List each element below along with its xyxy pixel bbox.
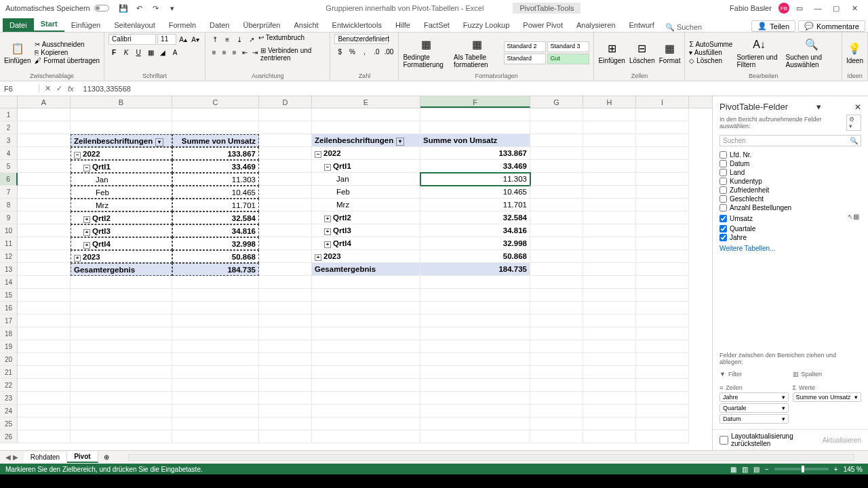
select-all-corner[interactable] — [0, 96, 18, 108]
sheet-nav-prev[interactable]: ◀ ▶ — [0, 453, 24, 461]
font-name-input[interactable]: Calibri — [108, 34, 156, 45]
decrease-font-icon[interactable]: A▾ — [190, 34, 201, 45]
field-jahre-check[interactable] — [719, 234, 727, 241]
field-jahre[interactable]: Jahre — [730, 234, 747, 241]
close-button[interactable]: ✕ — [846, 4, 863, 13]
cell-styles-gallery[interactable]: Standard 2 Standard 3 Standard Gut — [504, 41, 589, 64]
format-painter-button[interactable]: 🖌 Format übertragen — [35, 57, 100, 64]
cancel-formula-icon[interactable]: ✕ — [45, 84, 51, 93]
font-color-button[interactable]: A — [170, 47, 180, 58]
indent-right-icon[interactable]: ⇥ — [250, 47, 259, 58]
border-button[interactable]: ▦ — [145, 47, 156, 58]
field-kundentyp[interactable]: Kundentyp — [730, 178, 762, 185]
style-standard[interactable]: Standard — [504, 54, 546, 64]
orientation-icon[interactable]: ↗ — [246, 34, 257, 45]
redo-icon[interactable]: ↷ — [151, 3, 161, 13]
col-G[interactable]: G — [530, 96, 583, 108]
number-format-select[interactable]: Benutzerdefiniert — [334, 34, 389, 44]
field-quartale[interactable]: Quartale — [730, 225, 755, 232]
expand-icon[interactable]: + — [324, 228, 331, 235]
align-middle-icon[interactable]: ≡ — [222, 34, 233, 45]
fx-icon[interactable]: fx — [68, 85, 74, 93]
pivot2-rowlabel-hdr[interactable]: Zeilenbeschriftungen▾ — [312, 134, 420, 147]
collapse-icon[interactable]: − — [324, 164, 331, 171]
field-datum[interactable]: Datum — [730, 160, 749, 167]
field-land-check[interactable] — [719, 169, 727, 176]
field-lfdnr-check[interactable] — [719, 151, 727, 159]
clear-button[interactable]: ◇ Löschen — [689, 57, 732, 64]
field-datum-check[interactable] — [719, 160, 727, 167]
insert-cells-button[interactable]: ⊞Einfügen — [598, 41, 625, 64]
expand-icon[interactable]: + — [324, 216, 331, 222]
field-anzahl[interactable]: Anzahl Bestellungen — [730, 204, 791, 211]
row-area-jahre[interactable]: Jahre▾ — [719, 392, 789, 402]
collapse-icon[interactable]: − — [74, 152, 81, 159]
comments-button[interactable]: 💬 Kommentare — [798, 20, 865, 32]
zoom-in-button[interactable]: + — [834, 466, 838, 473]
defer-layout-check[interactable] — [719, 436, 728, 445]
col-I[interactable]: I — [636, 96, 689, 108]
col-A[interactable]: A — [18, 96, 71, 108]
style-standard3[interactable]: Standard 3 — [547, 41, 589, 52]
align-left-icon[interactable]: ≡ — [210, 47, 218, 58]
undo-icon[interactable]: ↶ — [135, 3, 144, 13]
increase-font-icon[interactable]: A▴ — [178, 34, 189, 45]
col-B[interactable]: B — [71, 96, 172, 108]
filter-dropdown-icon[interactable]: ▾ — [396, 138, 404, 146]
field-search-input[interactable]: Suchen🔍 — [719, 135, 861, 146]
tab-formulas[interactable]: Formeln — [162, 18, 203, 32]
tab-start[interactable]: Start — [34, 17, 64, 32]
align-center-icon[interactable]: ≡ — [220, 47, 229, 58]
delete-cells-button[interactable]: ⊟Löschen — [629, 41, 655, 64]
tab-analyze[interactable]: Analysieren — [570, 18, 622, 32]
col-H[interactable]: H — [583, 96, 636, 108]
copy-button[interactable]: ⎘ Kopieren — [35, 49, 100, 56]
align-right-icon[interactable]: ≡ — [230, 47, 239, 58]
format-cells-button[interactable]: ▦Format — [659, 41, 681, 64]
qat-more-icon[interactable]: ▾ — [167, 3, 177, 13]
font-size-input[interactable]: 11 — [157, 34, 176, 45]
field-kundentyp-check[interactable] — [719, 178, 727, 185]
ribbon-mode-icon[interactable]: ▭ — [796, 4, 803, 13]
value-area-sum[interactable]: Summe von Umsatz▾ — [793, 392, 862, 402]
field-land[interactable]: Land — [730, 169, 745, 176]
col-D[interactable]: D — [259, 96, 312, 108]
col-F[interactable]: F — [420, 96, 530, 108]
expand-icon[interactable]: + — [83, 242, 90, 249]
gear-icon[interactable]: ⚙ ▾ — [846, 115, 861, 131]
tab-insert[interactable]: Einfügen — [64, 18, 107, 32]
tab-layout[interactable]: Seitenlayout — [107, 18, 162, 32]
enter-formula-icon[interactable]: ✓ — [56, 84, 62, 93]
align-top-icon[interactable]: ⤒ — [210, 34, 220, 45]
inc-decimal-icon[interactable]: .0 — [371, 46, 382, 57]
view-layout-icon[interactable]: ▥ — [742, 466, 748, 473]
expand-icon[interactable]: + — [315, 254, 321, 261]
avatar[interactable]: FB — [778, 3, 789, 14]
col-C[interactable]: C — [172, 96, 259, 108]
col-E[interactable]: E — [312, 96, 420, 108]
tab-fuzzy[interactable]: Fuzzy Lookup — [456, 18, 516, 32]
style-standard2[interactable]: Standard 2 — [504, 41, 546, 52]
field-umsatz[interactable]: Umsatz — [730, 215, 753, 222]
horizontal-scrollbar[interactable] — [128, 454, 854, 461]
as-table-button[interactable]: ▦Als Tabelle formatieren — [454, 37, 500, 68]
name-box[interactable]: F6 — [0, 85, 39, 93]
cut-button[interactable]: ✂ Ausschneiden — [35, 41, 100, 48]
formula-input[interactable]: 11303,335568 — [79, 85, 868, 93]
tab-review[interactable]: Überprüfen — [236, 18, 287, 32]
tab-view[interactable]: Ansicht — [287, 18, 325, 32]
find-select-button[interactable]: 🔍Suchen und Auswählen — [786, 37, 837, 68]
field-quartale-check[interactable] — [719, 225, 727, 232]
wrap-text-button[interactable]: ↩ Textumbruch — [258, 34, 304, 45]
minimize-button[interactable]: — — [810, 4, 826, 12]
cond-format-button[interactable]: ▦Bedingte Formatierung — [403, 37, 450, 68]
tab-help[interactable]: Hilfe — [389, 18, 417, 32]
underline-button[interactable]: U — [133, 47, 144, 58]
tell-me-search[interactable]: 🔍 Suchen — [661, 23, 706, 32]
zoom-out-button[interactable]: − — [765, 466, 769, 473]
field-zufriedenheit[interactable]: Zufriedenheit — [730, 186, 769, 194]
sheet-tab-pivot[interactable]: Pivot — [67, 451, 98, 463]
pane-menu-icon[interactable]: ▾ — [816, 102, 821, 112]
merge-button[interactable]: ⊞ Verbinden und zentrieren — [260, 47, 326, 62]
fill-color-button[interactable]: ◢ — [157, 47, 168, 58]
